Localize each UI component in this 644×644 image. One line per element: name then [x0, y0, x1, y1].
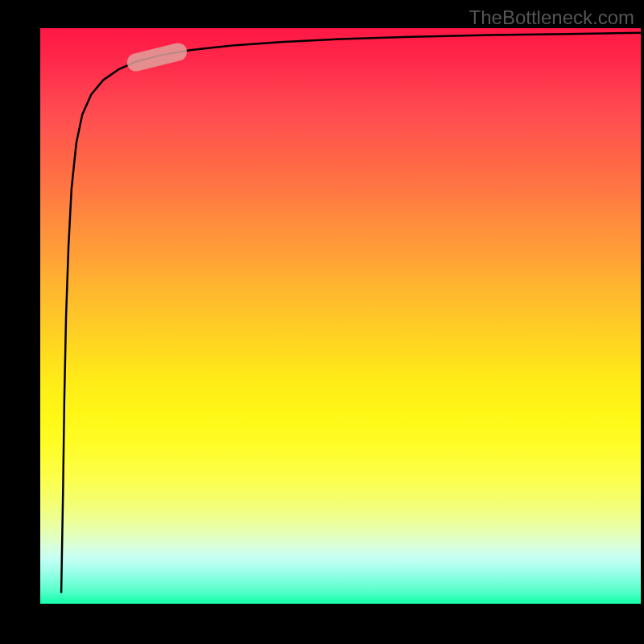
curve-path: [61, 33, 641, 592]
attribution-text: TheBottleneck.com: [469, 6, 634, 29]
chart-plot-area: [40, 28, 641, 604]
curve-svg: [40, 28, 641, 604]
